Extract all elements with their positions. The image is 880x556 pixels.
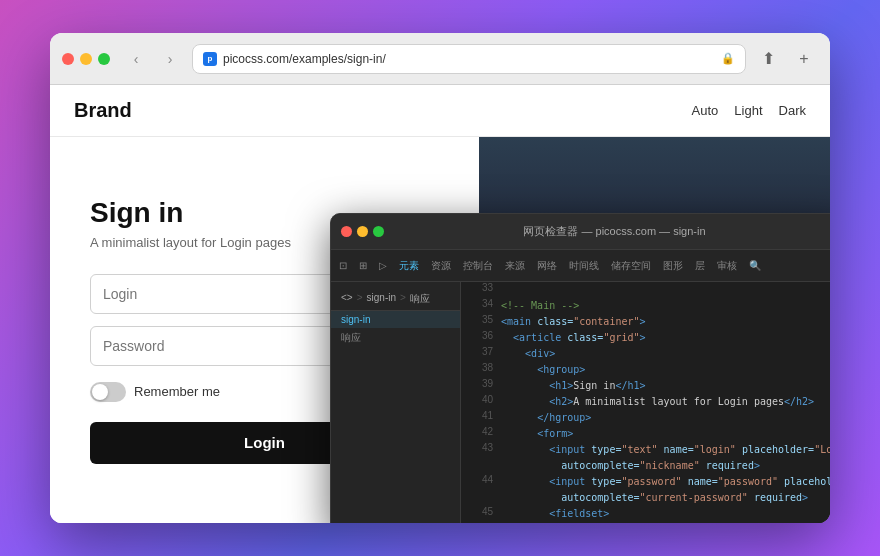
devtools-tool-search[interactable]: 🔍 <box>749 260 761 271</box>
devtools-maximize[interactable] <box>373 226 384 237</box>
close-button[interactable] <box>62 53 74 65</box>
code-line-43: 43 <input type="text" name="login" place… <box>461 442 830 458</box>
remember-toggle[interactable] <box>90 382 126 402</box>
devtools-sidebar: <> > sign-in > 响应 sign-in 响应 <box>331 282 461 523</box>
devtools-toolbar: ⊡ ⊞ ▷ 元素 资源 控制台 来源 网络 时间线 储存空间 图形 层 审核 🔍 <box>331 250 830 282</box>
code-line-46: 46 <label for="remember"> <box>461 522 830 523</box>
address-text: picocss.com/examples/sign-in/ <box>223 52 715 66</box>
traffic-lights <box>62 53 110 65</box>
devtools-tab-resources[interactable]: 资源 <box>431 259 451 273</box>
sidebar-item-response[interactable]: 响应 <box>331 328 460 348</box>
devtools-title: 网页检查器 — picocss.com — sign-in <box>390 224 830 239</box>
share-button[interactable]: ⬆ <box>754 45 782 73</box>
sidebar-item-signin[interactable]: sign-in <box>331 311 460 328</box>
devtools-breadcrumb: <> > sign-in > 响应 <box>331 288 460 311</box>
browser-actions: ⬆ + <box>754 45 818 73</box>
site-nav: Brand Auto Light Dark <box>50 85 830 137</box>
devtools-tab-audit[interactable]: 审核 <box>717 259 737 273</box>
forward-button[interactable]: › <box>156 45 184 73</box>
code-line-34: 34 <!-- Main --> <box>461 298 830 314</box>
browser-nav: ‹ › <box>122 45 184 73</box>
devtools-close[interactable] <box>341 226 352 237</box>
sidebar-item-label: sign-in <box>341 314 370 325</box>
browser-chrome: ‹ › p picocss.com/examples/sign-in/ 🔒 ⬆ … <box>50 33 830 85</box>
devtools-body: <> > sign-in > 响应 sign-in 响应 <box>331 282 830 523</box>
breadcrumb-sep1: > <box>357 292 363 306</box>
minimize-button[interactable] <box>80 53 92 65</box>
theme-light-button[interactable]: Light <box>734 103 762 118</box>
code-line-37: 37 <div> <box>461 346 830 362</box>
devtools-tool-icon1[interactable]: ⊡ <box>339 260 347 271</box>
devtools-tab-sources[interactable]: 来源 <box>505 259 525 273</box>
devtools-tab-storage[interactable]: 储存空间 <box>611 259 651 273</box>
theme-auto-button[interactable]: Auto <box>692 103 719 118</box>
code-line-33: 33 <box>461 282 830 298</box>
browser-window: ‹ › p picocss.com/examples/sign-in/ 🔒 ⬆ … <box>50 33 830 523</box>
back-button[interactable]: ‹ <box>122 45 150 73</box>
code-line-35: 35 <main class="container"> <box>461 314 830 330</box>
devtools-tool-icon2[interactable]: ⊞ <box>359 260 367 271</box>
page-content: Brand Auto Light Dark Sign in A minimali… <box>50 85 830 523</box>
code-line-44: 44 <input type="password" name="password… <box>461 474 830 490</box>
theme-buttons: Auto Light Dark <box>692 103 806 118</box>
devtools-tab-elements[interactable]: 元素 <box>399 259 419 273</box>
code-line-43b: autocomplete="nickname" required> <box>461 458 830 474</box>
devtools-tab-network[interactable]: 网络 <box>537 259 557 273</box>
code-line-38: 38 <hgroup> <box>461 362 830 378</box>
code-line-44b: autocomplete="current-password" required… <box>461 490 830 506</box>
favicon: p <box>203 52 217 66</box>
devtools-code-area[interactable]: 33 34 <!-- Main --> 35 <main class="cont… <box>461 282 830 523</box>
breadcrumb-response[interactable]: 响应 <box>410 292 430 306</box>
code-line-45: 45 <fieldset> <box>461 506 830 522</box>
code-line-40: 40 <h2>A minimalist layout for Login pag… <box>461 394 830 410</box>
code-line-39: 39 <h1>Sign in</h1> <box>461 378 830 394</box>
sidebar-item-label2: 响应 <box>341 331 361 345</box>
new-tab-button[interactable]: + <box>790 45 818 73</box>
devtools-tab-console[interactable]: 控制台 <box>463 259 493 273</box>
devtools-minimize[interactable] <box>357 226 368 237</box>
code-line-41: 41 </hgroup> <box>461 410 830 426</box>
address-bar[interactable]: p picocss.com/examples/sign-in/ 🔒 <box>192 44 746 74</box>
breadcrumb-arrows: <> <box>341 292 353 306</box>
maximize-button[interactable] <box>98 53 110 65</box>
devtools-tab-timeline[interactable]: 时间线 <box>569 259 599 273</box>
code-line-42: 42 <form> <box>461 426 830 442</box>
lock-icon: 🔒 <box>721 52 735 65</box>
devtools-tab-graphics[interactable]: 图形 <box>663 259 683 273</box>
toggle-knob <box>92 384 108 400</box>
breadcrumb-signin[interactable]: sign-in <box>367 292 396 306</box>
code-line-36: 36 <article class="grid"> <box>461 330 830 346</box>
devtools-traffic-lights <box>341 226 384 237</box>
remember-label: Remember me <box>134 384 220 399</box>
devtools-tool-icon3[interactable]: ▷ <box>379 260 387 271</box>
site-brand: Brand <box>74 99 132 122</box>
breadcrumb-sep2: > <box>400 292 406 306</box>
devtools-tab-layers[interactable]: 层 <box>695 259 705 273</box>
devtools-window: 网页检查器 — picocss.com — sign-in ⊡ ⊞ ▷ 元素 资… <box>330 213 830 523</box>
site-main: Sign in A minimalist layout for Login pa… <box>50 137 830 523</box>
theme-dark-button[interactable]: Dark <box>779 103 806 118</box>
devtools-chrome: 网页检查器 — picocss.com — sign-in <box>331 214 830 250</box>
